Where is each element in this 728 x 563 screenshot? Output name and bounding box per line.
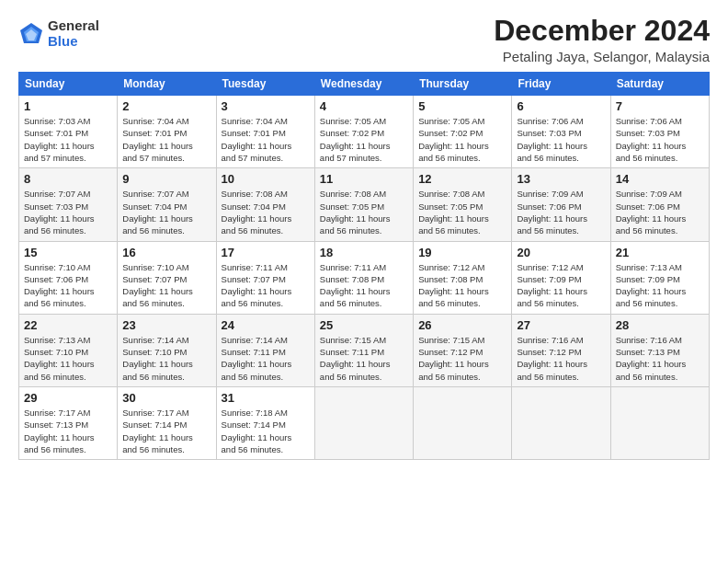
- day-info: Sunrise: 7:18 AMSunset: 7:14 PMDaylight:…: [222, 407, 310, 455]
- table-row: 21Sunrise: 7:13 AMSunset: 7:09 PMDayligh…: [610, 241, 709, 314]
- table-row: 19Sunrise: 7:12 AMSunset: 7:08 PMDayligh…: [414, 241, 512, 314]
- table-row: 9Sunrise: 7:07 AMSunset: 7:04 PMDaylight…: [118, 168, 216, 241]
- day-number: 26: [418, 318, 506, 332]
- calendar-page: General Blue December 2024 Petaling Jaya…: [0, 0, 728, 563]
- table-row: 3Sunrise: 7:04 AMSunset: 7:01 PMDaylight…: [216, 96, 314, 168]
- title-block: December 2024 Petaling Jaya, Selangor, M…: [494, 15, 710, 64]
- day-info: Sunrise: 7:06 AMSunset: 7:03 PMDaylight:…: [517, 115, 605, 164]
- day-info: Sunrise: 7:15 AMSunset: 7:11 PMDaylight:…: [320, 334, 408, 383]
- col-friday: Friday: [512, 73, 610, 96]
- day-info: Sunrise: 7:09 AMSunset: 7:06 PMDaylight:…: [517, 188, 605, 236]
- day-number: 15: [24, 246, 112, 259]
- table-row: 11Sunrise: 7:08 AMSunset: 7:05 PMDayligh…: [314, 168, 413, 241]
- day-info: Sunrise: 7:07 AMSunset: 7:03 PMDaylight:…: [24, 188, 112, 236]
- subtitle: Petaling Jaya, Selangor, Malaysia: [494, 49, 710, 64]
- table-row: 10Sunrise: 7:08 AMSunset: 7:04 PMDayligh…: [216, 168, 314, 241]
- header: General Blue December 2024 Petaling Jaya…: [18, 15, 710, 64]
- day-number: 20: [517, 246, 605, 259]
- table-row: [414, 386, 512, 459]
- table-row: 5Sunrise: 7:05 AMSunset: 7:02 PMDaylight…: [414, 96, 512, 168]
- col-monday: Monday: [118, 73, 216, 96]
- day-number: 1: [24, 99, 112, 113]
- day-info: Sunrise: 7:17 AMSunset: 7:13 PMDaylight:…: [24, 407, 112, 455]
- day-number: 6: [517, 99, 605, 113]
- day-number: 2: [122, 99, 210, 113]
- table-row: 14Sunrise: 7:09 AMSunset: 7:06 PMDayligh…: [610, 168, 709, 241]
- day-number: 13: [517, 172, 605, 186]
- day-number: 4: [320, 99, 408, 113]
- day-info: Sunrise: 7:12 AMSunset: 7:08 PMDaylight:…: [418, 261, 506, 310]
- calendar-week-3: 15Sunrise: 7:10 AMSunset: 7:06 PMDayligh…: [19, 241, 710, 314]
- day-number: 10: [222, 172, 310, 186]
- day-number: 18: [320, 246, 408, 259]
- table-row: 18Sunrise: 7:11 AMSunset: 7:08 PMDayligh…: [314, 241, 413, 314]
- day-info: Sunrise: 7:13 AMSunset: 7:10 PMDaylight:…: [24, 334, 112, 383]
- table-row: 31Sunrise: 7:18 AMSunset: 7:14 PMDayligh…: [216, 386, 314, 459]
- day-number: 25: [320, 318, 408, 332]
- day-number: 21: [616, 246, 704, 259]
- main-title: December 2024: [494, 15, 710, 47]
- day-number: 3: [222, 99, 310, 113]
- day-info: Sunrise: 7:11 AMSunset: 7:08 PMDaylight:…: [320, 261, 408, 310]
- day-info: Sunrise: 7:03 AMSunset: 7:01 PMDaylight:…: [24, 115, 112, 164]
- table-row: 29Sunrise: 7:17 AMSunset: 7:13 PMDayligh…: [19, 386, 118, 459]
- day-number: 5: [418, 99, 506, 113]
- day-info: Sunrise: 7:06 AMSunset: 7:03 PMDaylight:…: [616, 115, 704, 164]
- calendar-week-5: 29Sunrise: 7:17 AMSunset: 7:13 PMDayligh…: [19, 386, 710, 459]
- calendar-week-1: 1Sunrise: 7:03 AMSunset: 7:01 PMDaylight…: [19, 96, 710, 168]
- day-number: 31: [222, 391, 310, 405]
- col-sunday: Sunday: [19, 73, 118, 96]
- day-info: Sunrise: 7:07 AMSunset: 7:04 PMDaylight:…: [122, 188, 210, 236]
- calendar-week-4: 22Sunrise: 7:13 AMSunset: 7:10 PMDayligh…: [19, 314, 710, 386]
- day-info: Sunrise: 7:12 AMSunset: 7:09 PMDaylight:…: [517, 261, 605, 310]
- day-info: Sunrise: 7:13 AMSunset: 7:09 PMDaylight:…: [616, 261, 704, 310]
- table-row: 12Sunrise: 7:08 AMSunset: 7:05 PMDayligh…: [414, 168, 512, 241]
- day-info: Sunrise: 7:05 AMSunset: 7:02 PMDaylight:…: [320, 115, 408, 164]
- day-number: 30: [122, 391, 210, 405]
- table-row: 25Sunrise: 7:15 AMSunset: 7:11 PMDayligh…: [314, 314, 413, 386]
- day-number: 16: [122, 246, 210, 259]
- day-number: 17: [222, 246, 310, 259]
- day-info: Sunrise: 7:10 AMSunset: 7:07 PMDaylight:…: [122, 261, 210, 310]
- table-row: 16Sunrise: 7:10 AMSunset: 7:07 PMDayligh…: [118, 241, 216, 314]
- day-number: 14: [616, 172, 704, 186]
- table-row: 20Sunrise: 7:12 AMSunset: 7:09 PMDayligh…: [512, 241, 610, 314]
- day-info: Sunrise: 7:14 AMSunset: 7:11 PMDaylight:…: [222, 334, 310, 383]
- day-info: Sunrise: 7:14 AMSunset: 7:10 PMDaylight:…: [122, 334, 210, 383]
- table-row: 24Sunrise: 7:14 AMSunset: 7:11 PMDayligh…: [216, 314, 314, 386]
- day-info: Sunrise: 7:04 AMSunset: 7:01 PMDaylight:…: [122, 115, 210, 164]
- day-info: Sunrise: 7:16 AMSunset: 7:13 PMDaylight:…: [616, 334, 704, 383]
- table-row: [610, 386, 709, 459]
- logo-icon: [18, 21, 44, 47]
- table-row: [512, 386, 610, 459]
- day-info: Sunrise: 7:04 AMSunset: 7:01 PMDaylight:…: [222, 115, 310, 164]
- day-info: Sunrise: 7:08 AMSunset: 7:04 PMDaylight:…: [222, 188, 310, 236]
- table-row: 1Sunrise: 7:03 AMSunset: 7:01 PMDaylight…: [19, 96, 118, 168]
- table-row: 4Sunrise: 7:05 AMSunset: 7:02 PMDaylight…: [314, 96, 413, 168]
- table-row: 17Sunrise: 7:11 AMSunset: 7:07 PMDayligh…: [216, 241, 314, 314]
- logo-general: General: [48, 18, 99, 34]
- logo-blue: Blue: [48, 34, 99, 50]
- table-row: 27Sunrise: 7:16 AMSunset: 7:12 PMDayligh…: [512, 314, 610, 386]
- day-number: 29: [24, 391, 112, 405]
- col-thursday: Thursday: [414, 73, 512, 96]
- day-info: Sunrise: 7:17 AMSunset: 7:14 PMDaylight:…: [122, 407, 210, 455]
- calendar-table: Sunday Monday Tuesday Wednesday Thursday…: [18, 72, 710, 460]
- day-info: Sunrise: 7:10 AMSunset: 7:06 PMDaylight:…: [24, 261, 112, 310]
- day-number: 7: [616, 99, 704, 113]
- day-number: 24: [222, 318, 310, 332]
- day-number: 19: [418, 246, 506, 259]
- logo-text: General Blue: [48, 18, 99, 49]
- table-row: 7Sunrise: 7:06 AMSunset: 7:03 PMDaylight…: [610, 96, 709, 168]
- col-saturday: Saturday: [610, 73, 709, 96]
- day-info: Sunrise: 7:08 AMSunset: 7:05 PMDaylight:…: [418, 188, 506, 236]
- table-row: 22Sunrise: 7:13 AMSunset: 7:10 PMDayligh…: [19, 314, 118, 386]
- table-row: 30Sunrise: 7:17 AMSunset: 7:14 PMDayligh…: [118, 386, 216, 459]
- day-number: 8: [24, 172, 112, 186]
- table-row: 13Sunrise: 7:09 AMSunset: 7:06 PMDayligh…: [512, 168, 610, 241]
- day-info: Sunrise: 7:11 AMSunset: 7:07 PMDaylight:…: [222, 261, 310, 310]
- day-number: 9: [122, 172, 210, 186]
- table-row: 15Sunrise: 7:10 AMSunset: 7:06 PMDayligh…: [19, 241, 118, 314]
- day-number: 11: [320, 172, 408, 186]
- table-row: 28Sunrise: 7:16 AMSunset: 7:13 PMDayligh…: [610, 314, 709, 386]
